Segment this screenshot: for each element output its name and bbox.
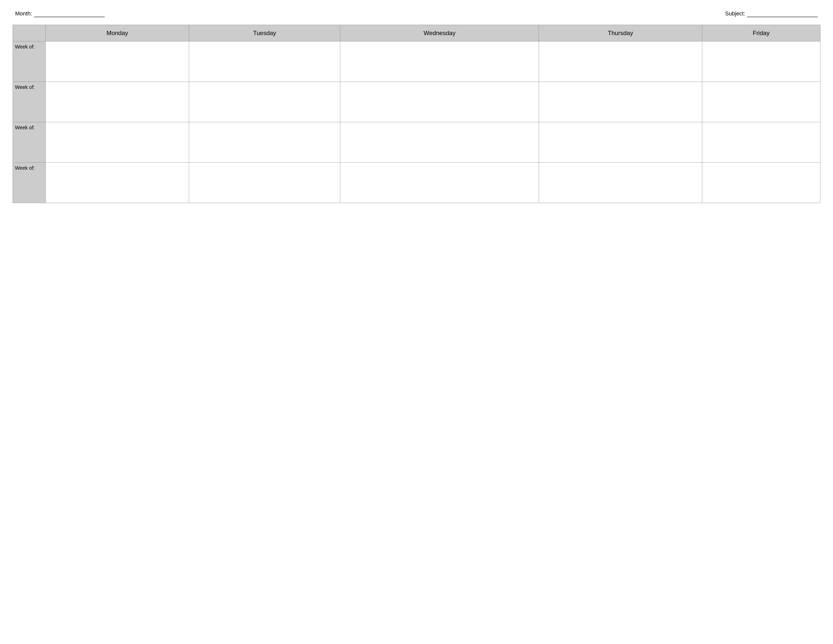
- week-row: Week of:: [13, 163, 820, 203]
- week-1-tuesday-cell[interactable]: [189, 42, 340, 82]
- weekly-calendar-table: Monday Tuesday Wednesday Thursday Friday…: [13, 25, 820, 203]
- month-input[interactable]: [34, 10, 105, 17]
- month-field-group: Month:: [15, 10, 105, 17]
- subject-input[interactable]: [747, 10, 818, 17]
- week-4-thursday-cell[interactable]: [539, 163, 702, 203]
- week-label-1: Week of:: [13, 42, 46, 82]
- column-header-row: Monday Tuesday Wednesday Thursday Friday: [13, 25, 820, 42]
- week-label-3: Week of:: [13, 122, 46, 163]
- subject-field-group: Subject:: [725, 10, 818, 17]
- week-1-wednesday-cell[interactable]: [340, 42, 539, 82]
- header-first-col: [13, 25, 46, 42]
- header-thursday: Thursday: [539, 25, 702, 42]
- week-3-friday-cell[interactable]: [702, 122, 820, 163]
- week-3-wednesday-cell[interactable]: [340, 122, 539, 163]
- header-monday: Monday: [46, 25, 189, 42]
- month-label: Month:: [15, 10, 32, 17]
- week-2-tuesday-cell[interactable]: [189, 82, 340, 122]
- week-1-friday-cell[interactable]: [702, 42, 820, 82]
- subject-label: Subject:: [725, 10, 745, 17]
- week-2-friday-cell[interactable]: [702, 82, 820, 122]
- week-label-2: Week of:: [13, 82, 46, 122]
- week-2-monday-cell[interactable]: [46, 82, 189, 122]
- top-fields-section: Month: Subject:: [13, 10, 820, 17]
- week-label-4: Week of:: [13, 163, 46, 203]
- week-row: Week of:: [13, 82, 820, 122]
- week-4-tuesday-cell[interactable]: [189, 163, 340, 203]
- week-row: Week of:: [13, 42, 820, 82]
- week-3-monday-cell[interactable]: [46, 122, 189, 163]
- week-2-thursday-cell[interactable]: [539, 82, 702, 122]
- header-tuesday: Tuesday: [189, 25, 340, 42]
- week-1-thursday-cell[interactable]: [539, 42, 702, 82]
- header-wednesday: Wednesday: [340, 25, 539, 42]
- week-4-wednesday-cell[interactable]: [340, 163, 539, 203]
- week-4-friday-cell[interactable]: [702, 163, 820, 203]
- week-3-tuesday-cell[interactable]: [189, 122, 340, 163]
- week-2-wednesday-cell[interactable]: [340, 82, 539, 122]
- week-3-thursday-cell[interactable]: [539, 122, 702, 163]
- week-1-monday-cell[interactable]: [46, 42, 189, 82]
- week-4-monday-cell[interactable]: [46, 163, 189, 203]
- header-friday: Friday: [702, 25, 820, 42]
- week-row: Week of:: [13, 122, 820, 163]
